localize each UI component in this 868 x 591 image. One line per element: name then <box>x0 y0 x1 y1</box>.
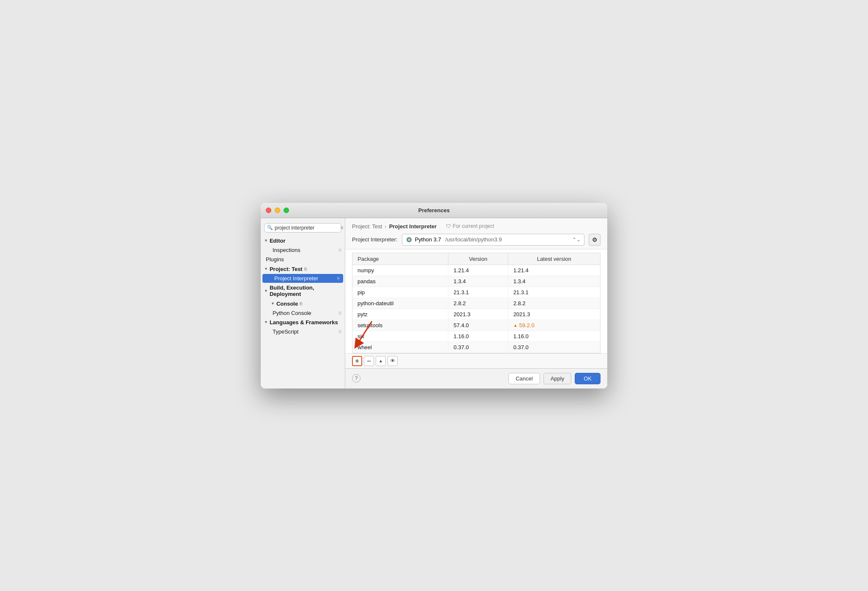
up-icon: ▲ <box>379 358 383 363</box>
copy-icon-project: ⎘ <box>304 267 307 271</box>
sidebar-item-build[interactable]: ▼ Build, Execution, Deployment <box>261 283 345 299</box>
sidebar-item-editor[interactable]: ▼ Editor <box>261 236 345 246</box>
triangle-icon-build: ▼ <box>264 289 268 293</box>
package-name: setuptools <box>352 320 448 331</box>
col-header-version: Version <box>448 253 508 265</box>
interpreter-select-dropdown[interactable]: Python 3.7 /usr/local/bin/python3.9 ⌃⌄ <box>402 234 584 246</box>
inspections-label: Inspections <box>273 247 300 253</box>
package-name: wheel <box>352 342 448 353</box>
table-row[interactable]: wheel0.37.00.37.0 <box>352 342 600 353</box>
copy-icon-console: ⎘ <box>300 301 302 306</box>
eye-icon: 👁 <box>390 358 396 364</box>
sidebar-item-project-interpreter[interactable]: Project Interpreter ⎘ <box>262 274 343 283</box>
interpreter-row: Project Interpreter: Python 3.7 /usr/loc… <box>352 234 601 246</box>
search-box[interactable]: 🔍 ✕ <box>264 223 341 233</box>
preferences-window: Preferences 🔍 ✕ ▼ Editor Inspections ⎘ P… <box>261 203 607 389</box>
table-row[interactable]: python-dateutil2.8.22.8.2 <box>352 298 600 309</box>
package-latest-version: 2021.3 <box>508 309 600 320</box>
main-body: Package Version Latest version numpy1.21… <box>345 249 607 368</box>
cancel-button[interactable]: Cancel <box>508 373 540 384</box>
package-name: pytz <box>352 309 448 320</box>
sidebar-item-console[interactable]: ▼ Console ⎘ <box>261 299 345 309</box>
interpreter-version: Python 3.7 <box>415 236 441 243</box>
package-latest-version: 1.16.0 <box>508 331 600 342</box>
table-row[interactable]: six1.16.01.16.0 <box>352 331 600 342</box>
show-package-button[interactable]: 👁 <box>388 356 398 366</box>
remove-package-button[interactable]: − <box>364 356 374 366</box>
sidebar: 🔍 ✕ ▼ Editor Inspections ⎘ Plugins ▼ Pro… <box>261 218 345 389</box>
package-latest-version: 2.8.2 <box>508 298 600 309</box>
package-latest-version: 1.21.4 <box>508 265 600 276</box>
console-label: Console <box>276 301 298 307</box>
add-package-button[interactable]: + <box>352 356 362 366</box>
package-latest-version: 21.3.1 <box>508 287 600 298</box>
package-version: 1.3.4 <box>448 276 508 287</box>
copy-icon-typescript: ⎘ <box>339 329 341 334</box>
package-name: pip <box>352 287 448 298</box>
table-row[interactable]: setuptools57.4.0▲59.2.0 <box>352 320 600 331</box>
interpreter-label: Project Interpreter: <box>352 236 398 243</box>
table-row[interactable]: pip21.3.121.3.1 <box>352 287 600 298</box>
package-version: 2021.3 <box>448 309 508 320</box>
window-title: Preferences <box>418 207 450 213</box>
plugins-label: Plugins <box>266 256 284 263</box>
packages-table-wrapper: Package Version Latest version numpy1.21… <box>352 253 601 353</box>
maximize-button[interactable] <box>284 208 289 213</box>
apply-button[interactable]: Apply <box>543 373 572 384</box>
packages-table: Package Version Latest version numpy1.21… <box>352 253 600 353</box>
package-name: numpy <box>352 265 448 276</box>
package-latest-version: ▲59.2.0 <box>508 320 600 331</box>
sidebar-item-project-test[interactable]: ▼ Project: Test ⎘ <box>261 264 345 274</box>
triangle-icon-project: ▼ <box>264 267 268 271</box>
build-label: Build, Execution, Deployment <box>270 285 341 297</box>
sidebar-item-typescript[interactable]: TypeScript ⎘ <box>261 327 345 336</box>
triangle-icon: ▼ <box>264 238 268 243</box>
for-current-project: 🛡 For current project <box>446 223 494 229</box>
typescript-label: TypeScript <box>273 328 298 335</box>
triangle-icon-languages: ▼ <box>264 320 268 324</box>
triangle-icon-console: ▼ <box>271 301 275 306</box>
ok-button[interactable]: OK <box>575 373 601 384</box>
titlebar: Preferences <box>261 203 607 218</box>
project-test-label: Project: Test <box>270 266 303 272</box>
clear-search-button[interactable]: ✕ <box>340 225 344 231</box>
col-header-latest: Latest version <box>508 253 600 265</box>
main-header: Project: Test › Project Interpreter 🛡 Fo… <box>345 218 607 249</box>
upgrade-package-button[interactable]: ▲ <box>376 356 386 366</box>
package-latest-version: 0.37.0 <box>508 342 600 353</box>
table-row[interactable]: pytz2021.32021.3 <box>352 309 600 320</box>
search-input[interactable] <box>275 225 338 231</box>
editor-label: Editor <box>270 238 286 244</box>
window-controls <box>266 208 289 213</box>
package-latest-version: 1.3.4 <box>508 276 600 287</box>
minimize-button[interactable] <box>275 208 280 213</box>
settings-gear-button[interactable]: ⚙ <box>589 234 601 246</box>
remove-icon: − <box>367 357 371 365</box>
python-console-label: Python Console <box>273 310 311 316</box>
python-icon <box>406 236 412 243</box>
footer: ? Cancel Apply OK <box>345 368 607 389</box>
copy-icon-python-console: ⎘ <box>339 311 341 315</box>
package-name: python-dateutil <box>352 298 448 309</box>
package-version: 21.3.1 <box>448 287 508 298</box>
breadcrumb-project: Project: Test <box>352 223 382 230</box>
breadcrumb-interpreter: Project Interpreter <box>389 223 437 230</box>
package-version: 57.4.0 <box>448 320 508 331</box>
sidebar-item-python-console[interactable]: Python Console ⎘ <box>261 309 345 317</box>
shield-icon: 🛡 <box>446 223 451 229</box>
toolbar-area: + − ▲ 👁 <box>345 353 607 368</box>
sidebar-item-plugins[interactable]: Plugins <box>261 254 345 264</box>
close-button[interactable] <box>266 208 271 213</box>
languages-label: Languages & Frameworks <box>270 319 338 326</box>
footer-buttons: Cancel Apply OK <box>508 373 601 384</box>
help-button[interactable]: ? <box>352 374 360 383</box>
svg-point-1 <box>408 238 410 241</box>
copy-icon-interpreter: ⎘ <box>337 276 340 281</box>
main-panel: Project: Test › Project Interpreter 🛡 Fo… <box>345 218 607 389</box>
sidebar-item-languages[interactable]: ▼ Languages & Frameworks <box>261 317 345 327</box>
table-row[interactable]: numpy1.21.41.21.4 <box>352 265 600 276</box>
interpreter-select-inner: Python 3.7 /usr/local/bin/python3.9 <box>406 236 502 243</box>
table-row[interactable]: pandas1.3.41.3.4 <box>352 276 600 287</box>
content-area: 🔍 ✕ ▼ Editor Inspections ⎘ Plugins ▼ Pro… <box>261 218 607 389</box>
sidebar-item-inspections[interactable]: Inspections ⎘ <box>261 246 345 254</box>
